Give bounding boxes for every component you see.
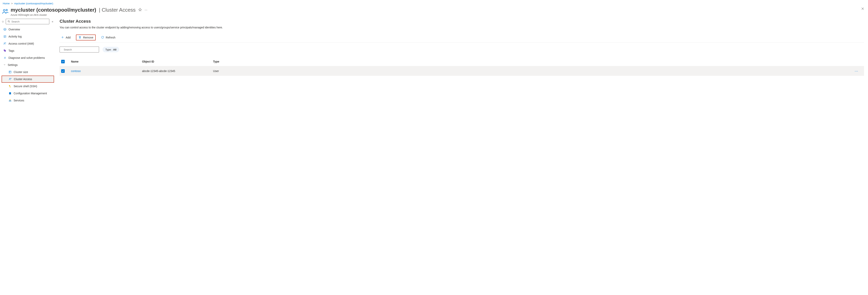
- svg-point-22: [62, 49, 62, 50]
- sidebar-item-label: Services: [13, 99, 24, 102]
- sidebar-item-label: Cluster Access: [14, 78, 32, 81]
- row-type: User: [213, 69, 850, 72]
- add-label: Add: [66, 36, 71, 39]
- sidebar-item-label: Diagnose and solve problems: [8, 56, 45, 59]
- svg-point-10: [5, 42, 6, 43]
- plus-icon: [61, 36, 64, 39]
- sidebar-item-label: Activity log: [8, 35, 22, 38]
- sort-handle-icon[interactable]: ◇: [2, 20, 4, 23]
- tags-icon: [3, 49, 6, 52]
- filter-search[interactable]: [60, 47, 99, 53]
- key-icon: [8, 85, 12, 88]
- sidebar-item-access-control[interactable]: Access control (IAM): [2, 40, 54, 47]
- svg-rect-7: [4, 36, 6, 37]
- breadcrumb: Home > mycluster (contosopool/mycluster): [0, 0, 868, 6]
- grid-header: Name Object ID Type: [60, 57, 864, 66]
- svg-point-14: [11, 78, 11, 79]
- sidebar-group-settings[interactable]: Settings: [2, 61, 54, 68]
- page-subtitle: Azure HDInsight on AKS cluster: [11, 13, 147, 17]
- remove-label: Remove: [83, 36, 93, 39]
- svg-point-1: [6, 9, 7, 11]
- more-icon[interactable]: ⋯: [145, 8, 147, 12]
- table-row[interactable]: contoso abcde-12345-abcde-12345 User ⋯: [60, 66, 864, 76]
- access-grid: Name Object ID Type contoso abcde-12345-…: [60, 57, 864, 76]
- row-name-link[interactable]: contoso: [71, 69, 142, 72]
- col-object-id[interactable]: Object ID: [142, 60, 213, 63]
- refresh-button[interactable]: Refresh: [100, 34, 117, 40]
- sidebar-item-activity-log[interactable]: Activity log: [2, 33, 54, 40]
- svg-point-13: [9, 78, 10, 79]
- users-icon: [2, 7, 9, 16]
- sidebar-item-tags[interactable]: Tags: [2, 47, 54, 54]
- sidebar-item-label: Secure shell (SSH): [13, 85, 37, 88]
- sidebar-search[interactable]: [6, 19, 49, 24]
- row-more-icon[interactable]: ⋯: [850, 69, 863, 73]
- svg-rect-18: [9, 92, 11, 94]
- breadcrumb-current[interactable]: mycluster (contosopool/mycluster): [14, 2, 53, 5]
- page-title: mycluster (contosopool/mycluster): [11, 7, 96, 13]
- sidebar-item-cluster-access[interactable]: Cluster Access: [2, 76, 54, 83]
- collapse-sidebar-icon[interactable]: «: [51, 19, 54, 24]
- row-object-id: abcde-12345-abcde-12345: [142, 69, 213, 72]
- svg-point-3: [8, 21, 9, 22]
- sidebar-item-label: Configuration Management: [13, 92, 47, 95]
- chevron-right-icon: >: [11, 2, 13, 5]
- refresh-icon: [101, 36, 104, 39]
- breadcrumb-home[interactable]: Home: [3, 2, 10, 5]
- sidebar-item-label: Overview: [8, 28, 20, 31]
- sidebar-group-label: Settings: [8, 63, 18, 66]
- cluster-size-icon: [8, 70, 12, 73]
- remove-button[interactable]: Remove: [76, 34, 96, 40]
- type-filter-label: Type :: [105, 48, 112, 51]
- diagnose-icon: [3, 56, 6, 59]
- svg-point-11: [4, 50, 4, 50]
- config-icon: [8, 92, 12, 95]
- refresh-label: Refresh: [106, 36, 115, 39]
- filter-search-input[interactable]: [64, 48, 97, 51]
- overview-icon: [3, 28, 6, 31]
- main-description: You can control access to the cluster en…: [60, 26, 864, 29]
- select-all-checkbox[interactable]: [61, 60, 65, 63]
- cluster-access-icon: [9, 78, 12, 81]
- search-icon: [7, 20, 10, 23]
- svg-rect-12: [9, 71, 11, 73]
- svg-rect-19: [9, 100, 10, 101]
- log-icon: [3, 35, 6, 38]
- filter-bar: Type : All: [60, 47, 864, 53]
- favorite-star-icon[interactable]: [138, 8, 142, 12]
- svg-rect-17: [10, 87, 11, 87]
- chevron-down-icon: [3, 63, 6, 66]
- sidebar-item-config-mgmt[interactable]: Configuration Management: [2, 90, 54, 97]
- svg-rect-20: [10, 100, 11, 101]
- sidebar-item-services[interactable]: Services: [2, 97, 54, 104]
- svg-rect-21: [10, 99, 10, 100]
- sidebar-item-label: Cluster size: [13, 70, 28, 73]
- type-filter-pill[interactable]: Type : All: [102, 47, 119, 52]
- main-content: Cluster Access You can control access to…: [56, 18, 868, 80]
- trash-icon: [78, 36, 82, 39]
- search-icon: [62, 48, 62, 51]
- sidebar-item-label: Tags: [8, 49, 14, 52]
- command-bar: Add Remove Refresh: [60, 34, 864, 42]
- row-checkbox[interactable]: [61, 69, 65, 73]
- sidebar-item-diagnose[interactable]: Diagnose and solve problems: [2, 54, 54, 61]
- col-name[interactable]: Name: [71, 60, 142, 63]
- svg-point-9: [4, 42, 5, 43]
- page-title-context: | Cluster Access: [99, 7, 135, 13]
- type-filter-value: All: [113, 48, 116, 51]
- sidebar-item-secure-shell[interactable]: Secure shell (SSH): [2, 83, 54, 90]
- access-control-icon: [3, 42, 6, 45]
- sidebar-item-cluster-size[interactable]: Cluster size: [2, 68, 54, 76]
- sidebar-item-overview[interactable]: Overview: [2, 26, 54, 33]
- close-icon[interactable]: [861, 7, 864, 11]
- svg-rect-8: [4, 37, 5, 37]
- main-title: Cluster Access: [60, 19, 864, 24]
- sidebar: ◇ « Overview Activity log Access control…: [0, 18, 56, 106]
- page-header: mycluster (contosopool/mycluster) | Clus…: [0, 6, 868, 18]
- svg-marker-2: [139, 8, 142, 11]
- svg-point-0: [3, 9, 5, 11]
- col-type[interactable]: Type: [213, 60, 850, 63]
- sidebar-search-input[interactable]: [11, 20, 48, 23]
- add-button[interactable]: Add: [60, 34, 72, 40]
- services-icon: [8, 99, 12, 102]
